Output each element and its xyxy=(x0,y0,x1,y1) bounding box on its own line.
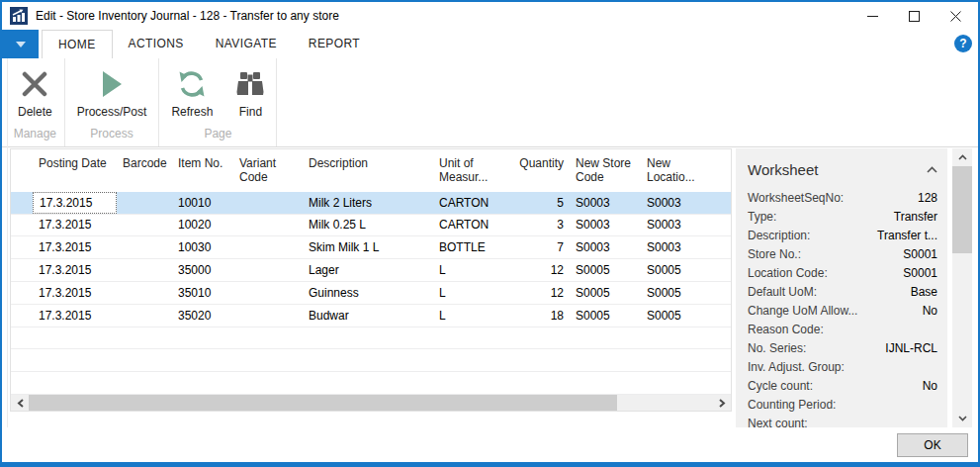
scroll-left-icon[interactable] xyxy=(11,395,29,411)
col-header-quantity[interactable]: Quantity xyxy=(512,149,570,170)
cell-variant-code[interactable] xyxy=(233,215,303,236)
worksheet-panel-header[interactable]: Worksheet xyxy=(748,156,937,182)
table-row[interactable]: 17.3.2015 35020 Budwar L 18 S0005 S0005 xyxy=(11,305,731,327)
cell-variant-code[interactable] xyxy=(233,305,303,327)
cell-quantity[interactable]: 12 xyxy=(512,259,570,281)
refresh-button[interactable]: Refresh xyxy=(159,58,224,119)
tab-home[interactable]: HOME xyxy=(42,30,113,58)
cell-new-store[interactable]: S0005 xyxy=(570,305,641,327)
maximize-button[interactable] xyxy=(893,2,935,30)
cell-posting-date[interactable]: 17.3.2015 xyxy=(33,215,117,236)
cell-item-no[interactable]: 10010 xyxy=(172,192,233,214)
cell-new-location[interactable]: S0005 xyxy=(641,259,731,281)
col-header-unit-of-measure[interactable]: Unit of Measur... xyxy=(433,149,512,184)
cell-posting-date[interactable]: 17.3.2015 xyxy=(33,192,117,214)
row-selector[interactable] xyxy=(11,192,33,214)
tab-navigate[interactable]: NAVIGATE xyxy=(200,30,293,58)
cell-barcode[interactable] xyxy=(117,192,172,214)
field-value[interactable]: S0001 xyxy=(903,247,937,261)
col-header-barcode[interactable]: Barcode xyxy=(117,149,172,170)
cell-item-no[interactable]: 35000 xyxy=(172,259,233,281)
field-value[interactable]: Transfer xyxy=(894,210,937,224)
cell-new-location[interactable]: S0005 xyxy=(641,282,731,304)
table-row[interactable]: 17.3.2015 10020 Milk 0.25 L CARTON 3 S00… xyxy=(11,215,731,237)
cell-uom[interactable]: CARTON xyxy=(433,192,512,214)
field-value[interactable]: IJNL-RCL xyxy=(885,341,937,355)
process-post-button[interactable]: Process/Post xyxy=(65,58,159,119)
cell-variant-code[interactable] xyxy=(233,282,303,304)
cell-description[interactable]: Lager xyxy=(303,259,433,281)
col-header-item-no[interactable]: Item No. xyxy=(172,149,233,170)
cell-description[interactable]: Skim Milk 1 L xyxy=(303,236,433,258)
cell-new-store[interactable]: S0005 xyxy=(570,259,641,281)
cell-barcode[interactable] xyxy=(117,236,172,258)
minimize-button[interactable] xyxy=(851,2,893,30)
col-header-new-store-code[interactable]: New Store Code xyxy=(570,149,641,184)
cell-quantity[interactable]: 5 xyxy=(512,192,570,214)
cell-posting-date[interactable]: 17.3.2015 xyxy=(33,236,117,258)
vertical-scrollbar-thumb[interactable] xyxy=(952,166,972,253)
cell-quantity[interactable]: 12 xyxy=(512,282,570,304)
cell-quantity[interactable]: 3 xyxy=(512,215,570,236)
delete-button[interactable]: Delete xyxy=(6,58,64,119)
row-selector[interactable] xyxy=(11,305,33,327)
row-selector[interactable] xyxy=(11,215,33,236)
col-header-description[interactable]: Description xyxy=(303,149,433,170)
chevron-up-icon[interactable] xyxy=(927,166,937,173)
horizontal-scrollbar[interactable] xyxy=(11,395,731,411)
scroll-up-icon[interactable] xyxy=(952,148,972,166)
cell-item-no[interactable]: 35010 xyxy=(172,282,233,304)
cell-variant-code[interactable] xyxy=(233,236,303,258)
field-value[interactable]: Base xyxy=(911,285,937,299)
cell-new-store[interactable]: S0003 xyxy=(570,236,641,258)
cell-item-no[interactable]: 10030 xyxy=(172,236,233,258)
cell-barcode[interactable] xyxy=(117,215,172,236)
table-row[interactable]: 17.3.2015 10030 Skim Milk 1 L BOTTLE 7 S… xyxy=(11,236,731,259)
row-selector[interactable] xyxy=(11,282,33,304)
cell-uom[interactable]: BOTTLE xyxy=(433,236,512,258)
field-value[interactable]: Transfer t... xyxy=(877,229,937,242)
cell-quantity[interactable]: 7 xyxy=(512,236,570,258)
cell-new-store[interactable]: S0003 xyxy=(570,192,641,214)
col-header-new-location[interactable]: New Locatio... xyxy=(641,149,731,184)
cell-variant-code[interactable] xyxy=(233,259,303,281)
col-header-posting-date[interactable]: Posting Date xyxy=(33,149,117,170)
table-row[interactable]: 17.3.2015 10010 Milk 2 Liters CARTON 5 S… xyxy=(11,192,731,215)
cell-new-location[interactable]: S0005 xyxy=(641,305,731,327)
cell-uom[interactable]: L xyxy=(433,259,512,281)
find-button[interactable]: Find xyxy=(224,58,276,119)
cell-description[interactable]: Guinness xyxy=(303,282,433,304)
cell-item-no[interactable]: 10020 xyxy=(172,215,233,236)
cell-posting-date[interactable]: 17.3.2015 xyxy=(33,259,117,281)
cell-uom[interactable]: L xyxy=(433,282,512,304)
cell-new-location[interactable]: S0003 xyxy=(641,192,731,214)
ok-button[interactable]: OK xyxy=(897,433,968,457)
vertical-scrollbar[interactable] xyxy=(952,148,972,427)
cell-new-location[interactable]: S0003 xyxy=(641,215,731,236)
cell-posting-date[interactable]: 17.3.2015 xyxy=(33,305,117,327)
cell-new-store[interactable]: S0005 xyxy=(570,282,641,304)
field-value[interactable]: S0001 xyxy=(903,266,937,280)
cell-description[interactable]: Milk 0.25 L xyxy=(303,215,433,236)
cell-variant-code[interactable] xyxy=(233,192,303,214)
close-button[interactable] xyxy=(935,2,976,30)
scroll-right-icon[interactable] xyxy=(713,395,731,411)
cell-uom[interactable]: CARTON xyxy=(433,215,512,236)
table-row[interactable]: 17.3.2015 35000 Lager L 12 S0005 S0005 xyxy=(11,259,731,282)
cell-quantity[interactable]: 18 xyxy=(512,305,570,327)
cell-barcode[interactable] xyxy=(117,305,172,327)
tab-report[interactable]: REPORT xyxy=(293,30,376,58)
cell-posting-date[interactable]: 17.3.2015 xyxy=(33,282,117,304)
row-selector[interactable] xyxy=(11,236,33,258)
field-value[interactable]: No xyxy=(923,379,937,393)
cell-uom[interactable]: L xyxy=(433,305,512,327)
cell-item-no[interactable]: 35020 xyxy=(172,305,233,327)
field-value[interactable]: No xyxy=(923,304,937,318)
cell-barcode[interactable] xyxy=(117,259,172,281)
horizontal-scrollbar-thumb[interactable] xyxy=(29,395,617,411)
help-icon[interactable]: ? xyxy=(954,35,972,52)
field-value[interactable]: 128 xyxy=(918,191,937,205)
table-row[interactable]: 17.3.2015 35010 Guinness L 12 S0005 S000… xyxy=(11,282,731,305)
cell-barcode[interactable] xyxy=(117,282,172,304)
cell-new-location[interactable]: S0003 xyxy=(641,236,731,258)
